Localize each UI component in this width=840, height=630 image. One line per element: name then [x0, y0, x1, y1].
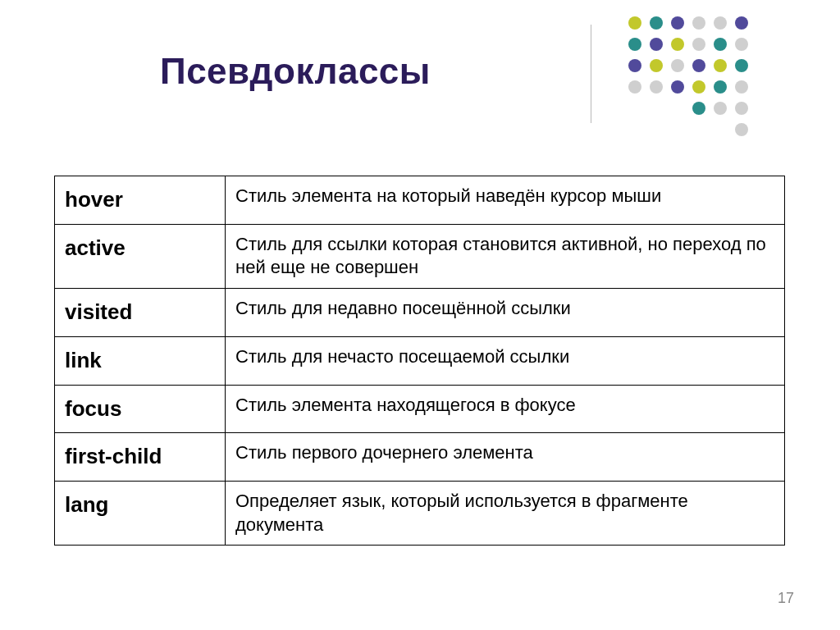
dot-icon — [650, 59, 663, 72]
pseudoclass-name: active — [55, 224, 226, 288]
dot-icon — [650, 38, 663, 51]
table-row: lang Определяет язык, который использует… — [55, 482, 785, 546]
pseudoclass-name: first-child — [55, 433, 226, 482]
table-row: focus Стиль элемента находящегося в фоку… — [55, 385, 785, 433]
dot-icon — [714, 16, 727, 30]
dot-icon — [714, 80, 727, 94]
pseudoclass-name: hover — [55, 176, 226, 225]
pseudoclass-desc: Стиль элемента находящегося в фокусе — [226, 385, 785, 433]
dot-icon — [650, 16, 663, 30]
dot-icon — [671, 123, 684, 136]
table-row: visited Стиль для недавно посещённой ссы… — [55, 288, 785, 336]
dot-icon — [628, 59, 641, 72]
page-number: 17 — [778, 590, 794, 607]
dot-icon — [735, 123, 748, 136]
dot-icon — [692, 123, 705, 136]
dot-icon — [714, 123, 727, 136]
dot-icon — [714, 102, 727, 115]
pseudoclass-desc: Определяет язык, который используется в … — [226, 482, 785, 546]
dot-icon — [692, 38, 705, 51]
dot-icon — [692, 102, 705, 115]
pseudoclass-desc: Стиль первого дочернего элемента — [226, 433, 785, 482]
dot-icon — [650, 102, 663, 115]
dot-icon — [735, 80, 748, 94]
dot-icon — [650, 80, 663, 94]
dot-icon — [671, 80, 684, 94]
dot-icon — [735, 59, 748, 72]
table-row: link Стиль для нечасто посещаемой ссылки — [55, 336, 785, 385]
title-divider — [591, 25, 591, 123]
pseudoclass-name: lang — [55, 482, 226, 546]
table-row: first-child Стиль первого дочернего элем… — [55, 433, 785, 482]
dot-icon — [628, 123, 641, 136]
dot-icon — [671, 59, 684, 72]
pseudoclass-table: hover Стиль элемента на который наведён … — [54, 176, 785, 546]
dot-icon — [671, 102, 684, 115]
dot-icon — [714, 38, 727, 51]
dot-icon — [714, 59, 727, 72]
dot-icon — [628, 38, 641, 51]
dot-icon — [628, 80, 641, 94]
dot-icon — [735, 38, 748, 51]
dot-icon — [692, 59, 705, 72]
pseudoclass-name: visited — [55, 288, 226, 336]
dot-icon — [628, 16, 641, 30]
dot-grid-decoration — [628, 16, 756, 144]
pseudoclass-name: focus — [55, 385, 226, 433]
dot-icon — [692, 80, 705, 94]
dot-icon — [692, 16, 705, 30]
dot-icon — [671, 16, 684, 30]
dot-icon — [735, 102, 748, 115]
pseudoclass-desc: Стиль для недавно посещённой ссылки — [226, 288, 785, 336]
dot-icon — [671, 38, 684, 51]
table-row: active Стиль для ссылки которая становит… — [55, 224, 785, 288]
dot-icon — [735, 16, 748, 30]
dot-icon — [650, 123, 663, 136]
pseudoclass-desc: Стиль элемента на который наведён курсор… — [226, 176, 785, 225]
table-row: hover Стиль элемента на который наведён … — [55, 176, 785, 225]
pseudoclass-name: link — [55, 336, 226, 385]
pseudoclass-desc: Стиль для ссылки которая становится акти… — [226, 224, 785, 288]
dot-icon — [628, 102, 641, 115]
slide-title: Псевдоклассы — [160, 51, 431, 92]
pseudoclass-desc: Стиль для нечасто посещаемой ссылки — [226, 336, 785, 385]
